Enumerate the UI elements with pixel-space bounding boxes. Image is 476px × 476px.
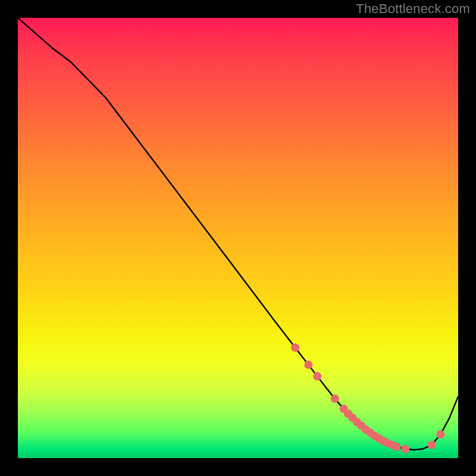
curve-marker: [291, 343, 299, 352]
chart-container: TheBottleneck.com: [0, 0, 476, 476]
curve-marker: [428, 441, 436, 449]
chart-overlay-svg: [18, 18, 458, 458]
curve-marker: [392, 443, 400, 451]
watermark-text: TheBottleneck.com: [356, 1, 470, 17]
curve-marker: [313, 372, 321, 380]
curve-path: [18, 18, 458, 450]
curve-marker: [436, 430, 444, 439]
curve-line: [18, 18, 458, 450]
curve-marker: [304, 361, 312, 369]
curve-marker: [401, 444, 409, 453]
curve-marker: [331, 394, 339, 403]
plot-area: [18, 18, 458, 458]
curve-markers: [291, 343, 444, 453]
